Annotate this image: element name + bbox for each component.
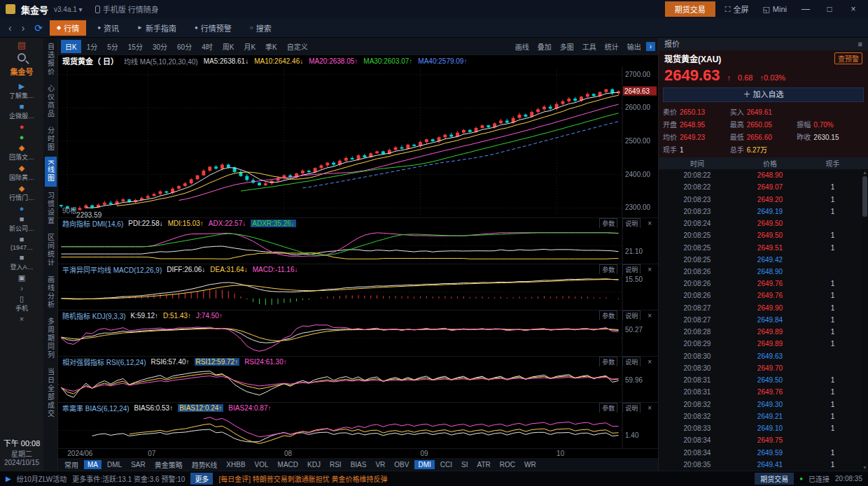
sidebar-item-10[interactable]: ■登入A…	[0, 252, 43, 273]
table-row[interactable]: 20:08:252649.501	[659, 229, 861, 241]
maximize-button[interactable]: □	[820, 4, 839, 14]
expand-button[interactable]: ›	[646, 42, 655, 51]
indtab-MACD[interactable]: MACD	[274, 460, 302, 469]
indtab-DML[interactable]: DML	[104, 460, 125, 469]
table-row[interactable]: 20:08:342649.75	[659, 434, 861, 446]
period-15分[interactable]: 15分	[124, 40, 147, 53]
table-row[interactable]: 20:08:222648.90	[659, 169, 861, 181]
table-row[interactable]: 20:08:252649.42	[659, 254, 861, 266]
indicator-chart-MACD[interactable]	[58, 274, 658, 310]
vtab-当日全部成交[interactable]: 当日全部成交	[45, 364, 57, 422]
vtab-区间统计[interactable]: 区间统计	[45, 230, 57, 271]
forward-button[interactable]: ›	[19, 22, 28, 34]
quote-settings-icon[interactable]: ≡	[858, 38, 862, 50]
indicator-close-icon-0[interactable]: ×	[645, 220, 654, 227]
table-row[interactable]: 20:08:332649.101	[659, 422, 861, 434]
table-row[interactable]: 20:08:312649.761	[659, 386, 861, 398]
sidebar-item-3[interactable]: ●	[0, 132, 43, 143]
indtab-MA[interactable]: MA	[84, 460, 102, 469]
sidebar-item-9[interactable]: ■(1947…	[0, 234, 43, 252]
tool-统计[interactable]: 统计	[601, 40, 622, 53]
period-月K[interactable]: 月K	[239, 40, 260, 53]
period-周K[interactable]: 周K	[218, 40, 239, 53]
table-row[interactable]: 20:08:282649.891	[659, 326, 861, 338]
table-row[interactable]: 20:08:312649.501	[659, 374, 861, 386]
back-button[interactable]: ‹	[6, 22, 15, 34]
menu-icon[interactable]: ▤	[18, 40, 26, 50]
period-30分[interactable]: 30分	[148, 40, 172, 53]
sidebar-logo[interactable]: 集金号	[10, 66, 34, 77]
indtab-VR[interactable]: VR	[372, 460, 388, 469]
indtab-KDJ[interactable]: KDJ	[304, 460, 324, 469]
indtab-OBV[interactable]: OBV	[391, 460, 412, 469]
indicator-param-button-3[interactable]: 参数	[599, 357, 617, 366]
indtab-SI[interactable]: SI	[458, 460, 471, 469]
indtab-WR[interactable]: WR	[521, 460, 540, 469]
table-row[interactable]: 20:08:322649.301	[659, 398, 861, 410]
indicator-close-icon-4[interactable]: ×	[645, 404, 654, 412]
indicator-close-icon-2[interactable]: ×	[645, 312, 654, 320]
tool-多图[interactable]: 多图	[556, 40, 578, 53]
period-60分[interactable]: 60分	[173, 40, 196, 53]
scroll-down-icon[interactable]: ▼	[862, 464, 867, 471]
table-row[interactable]: 20:08:252649.511	[659, 241, 861, 253]
sidebar-item-12[interactable]: ›	[0, 283, 43, 294]
ticks-header-2[interactable]: 现手	[804, 158, 861, 169]
futures-trade-button[interactable]: 期货交易	[665, 1, 715, 17]
table-row[interactable]: 20:08:262649.761	[659, 278, 861, 290]
vtab-分时图[interactable]: 分时图	[45, 123, 57, 155]
table-row[interactable]: 20:08:292649.891	[659, 338, 861, 350]
indtab-常用[interactable]: 常用	[61, 459, 82, 471]
table-row[interactable]: 20:08:262648.90	[659, 266, 861, 278]
scroll-thumb[interactable]	[862, 176, 867, 217]
table-row[interactable]: 20:08:272649.901	[659, 302, 861, 314]
indtab-DMI[interactable]: DMI	[414, 460, 434, 469]
sidebar-item-13[interactable]: ▯手机	[0, 294, 43, 314]
sidebar-item-1[interactable]: ■企微服…	[0, 101, 43, 122]
sidebar-item-2[interactable]: ●	[0, 122, 43, 132]
period-4时[interactable]: 4时	[197, 40, 217, 53]
vtab-自选报价[interactable]: 自选报价	[45, 39, 57, 80]
sidebar-item-7[interactable]: ●	[0, 203, 43, 214]
period-5分[interactable]: 5分	[103, 40, 122, 53]
table-row[interactable]: 20:08:272649.841	[659, 314, 861, 326]
minimize-button[interactable]: —	[797, 4, 815, 14]
vtab-画线分析[interactable]: 画线分析	[45, 272, 57, 313]
indicator-chart-KDJ[interactable]	[58, 320, 658, 356]
ticks-header-1[interactable]: 价格	[736, 158, 804, 169]
sidebar-item-14[interactable]: ×	[0, 314, 43, 324]
indicator-close-icon-3[interactable]: ×	[645, 358, 654, 366]
mobile-hint[interactable]: 手机版 行情随身	[95, 3, 159, 15]
mini-mode-button[interactable]: ◱Mini	[758, 3, 791, 15]
candlestick-chart[interactable]	[58, 66, 658, 217]
table-row[interactable]: 20:08:242649.50	[659, 217, 861, 229]
period-季K[interactable]: 季K	[261, 40, 281, 53]
instrument-name[interactable]: 现货黄金(XAU)	[664, 52, 834, 64]
table-row[interactable]: 20:08:302649.63	[659, 350, 861, 362]
sidebar-item-4[interactable]: ◆回落文…	[0, 143, 43, 163]
indtab-ATR[interactable]: ATR	[474, 460, 494, 469]
indicator-help-button-0[interactable]: 说明	[622, 218, 640, 228]
news-ticker[interactable]: [每日金评] 特朗普交易刺激通胀担忧 黄金价格维持反弹	[218, 473, 749, 484]
table-row[interactable]: 20:08:352649.411	[659, 459, 861, 471]
indtab-RSI[interactable]: RSI	[326, 460, 345, 469]
search-icon[interactable]	[18, 53, 26, 62]
indicator-help-button-2[interactable]: 说明	[622, 310, 640, 320]
indicator-name-4[interactable]: 乖离率 BIAS(6,12,24)	[62, 403, 130, 413]
vtab-多周期同列[interactable]: 多周期同列	[45, 314, 57, 363]
indtab-黄金策略[interactable]: 黄金策略	[151, 459, 186, 471]
indicator-param-button-2[interactable]: 参数	[599, 310, 617, 320]
alert-button[interactable]: 查预警	[834, 52, 862, 64]
more-button[interactable]: 更多	[190, 473, 213, 485]
toolbar-tab-3[interactable]: ●行情预警	[188, 20, 239, 36]
table-row[interactable]: 20:08:232649.201	[659, 193, 861, 205]
table-row[interactable]: 20:08:232649.191	[659, 206, 861, 217]
fullscreen-button[interactable]: ⛶全屏	[721, 2, 753, 16]
refresh-button[interactable]: ⟳	[31, 22, 46, 34]
indicator-param-button-4[interactable]: 参数	[599, 403, 617, 413]
indicator-chart-DMI[interactable]	[58, 228, 658, 264]
table-row[interactable]: 20:08:322649.211	[659, 410, 861, 422]
period-日K[interactable]: 日K	[61, 40, 81, 53]
ma-label[interactable]: 均线 MA(5,10,20,30,40)	[124, 56, 198, 66]
indtab-ROC[interactable]: ROC	[496, 460, 519, 469]
